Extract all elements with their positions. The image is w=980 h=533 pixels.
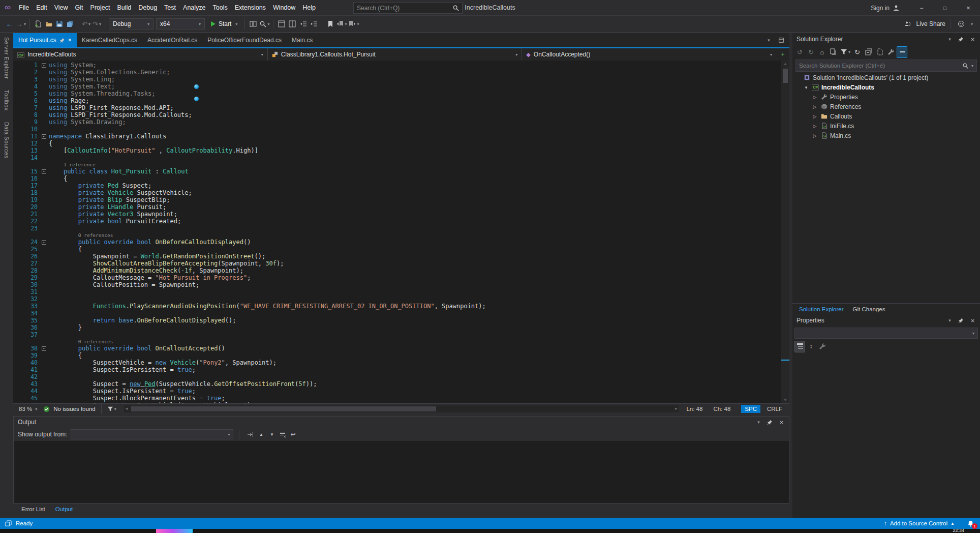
scroll-up-icon[interactable]: ▲ xyxy=(781,62,789,66)
home-icon[interactable]: ⌂ xyxy=(817,46,828,58)
live-share-icon[interactable] xyxy=(903,18,913,30)
scroll-down-icon[interactable]: ▼ xyxy=(781,398,789,402)
bottom-tab-error-list[interactable]: Error List xyxy=(17,506,49,512)
dock-tab-git-changes[interactable]: Git Changes xyxy=(848,306,890,312)
tree-item-solution-incrediblecallouts-1-of-1-project[interactable]: Solution 'IncredibleCallouts' (1 of 1 pr… xyxy=(792,73,980,82)
indent-decrease-icon[interactable] xyxy=(298,18,309,30)
tree-item-main-cs[interactable]: ▷C#Main.cs xyxy=(792,131,980,140)
collapse-all-icon[interactable] xyxy=(863,46,874,58)
prev-message-icon[interactable]: ▲ xyxy=(256,429,266,440)
search-icon[interactable] xyxy=(452,5,459,11)
codelens-indicator[interactable]: 1 reference xyxy=(49,161,96,168)
solution-explorer-sync-icon[interactable] xyxy=(248,18,258,30)
split-editor-icon[interactable]: + xyxy=(776,48,789,61)
docwell-options-icon[interactable] xyxy=(776,35,786,46)
chevron-down-icon[interactable]: ▾ xyxy=(971,64,973,68)
close-icon[interactable]: × xyxy=(967,315,978,327)
chevron-up-icon[interactable]: ▲ xyxy=(951,521,955,526)
solution-explorer-header[interactable]: Solution Explorer ▾× xyxy=(792,33,980,45)
bottom-tab-output[interactable]: Output xyxy=(51,506,77,512)
spaces-indicator[interactable]: SPC xyxy=(741,405,760,413)
prev-bookmark-icon[interactable]: ▾ xyxy=(335,18,348,30)
member-dropdown[interactable]: ◆ OnCalloutAccepted()▾ xyxy=(522,48,776,61)
goto-message-icon[interactable] xyxy=(245,429,256,440)
type-dropdown[interactable]: ClassLibrary1.Callouts.Hot_Pursuit▾ xyxy=(268,48,523,61)
save-all-icon[interactable] xyxy=(65,18,75,30)
navigate-forward-icon[interactable]: →▾ xyxy=(15,18,27,30)
solution-explorer-search-input[interactable]: Search Solution Explorer (Ctrl+é) ▾ xyxy=(795,60,977,72)
active-files-icon[interactable]: ▾ xyxy=(763,35,774,46)
alphabetical-icon[interactable]: ↕ xyxy=(806,341,816,352)
open-file-icon[interactable] xyxy=(43,18,54,30)
codelens-indicator[interactable]: 0 references xyxy=(49,232,113,239)
filter-icon[interactable]: ▾ xyxy=(839,46,851,58)
word-wrap-icon[interactable]: ↩ xyxy=(288,429,298,440)
chevron-down-icon[interactable]: ▾ xyxy=(753,417,763,428)
fold-marker-icon[interactable]: - xyxy=(42,134,46,139)
menu-tools[interactable]: Tools xyxy=(209,0,231,15)
add-to-source-control-button[interactable]: Add to Source Control xyxy=(890,520,947,526)
scroll-right-icon[interactable]: ▸ xyxy=(675,406,678,411)
code-editor[interactable]: 1-using System;2using System.Collections… xyxy=(13,61,789,403)
next-bookmark-icon[interactable]: ▾ xyxy=(348,18,360,30)
properties-icon[interactable] xyxy=(885,46,896,58)
output-panel-header[interactable]: Output ▾× xyxy=(14,417,789,428)
menu-debug[interactable]: Debug xyxy=(135,0,161,15)
categorized-icon[interactable] xyxy=(794,341,805,352)
dock-tab-data-sources[interactable]: Data Sources xyxy=(4,122,10,158)
line-indicator[interactable]: Ln: 48 xyxy=(686,406,702,412)
forward-icon[interactable]: ↻ xyxy=(806,46,816,58)
fold-marker-icon[interactable]: - xyxy=(42,63,46,68)
pin-icon[interactable] xyxy=(956,34,966,45)
sign-in-button[interactable]: Sign in xyxy=(871,5,900,12)
start-debugging-button[interactable]: Start ▾ xyxy=(206,18,242,30)
codelens-indicator[interactable]: 0 references xyxy=(49,338,113,345)
split-icon[interactable] xyxy=(287,18,297,30)
menu-window[interactable]: Window xyxy=(269,0,299,15)
fold-marker-icon[interactable]: - xyxy=(42,169,46,174)
expand-arrow-icon[interactable]: ▷ xyxy=(812,104,818,109)
pin-icon[interactable] xyxy=(764,417,775,428)
pin-icon[interactable] xyxy=(956,315,966,327)
menu-analyze[interactable]: Analyze xyxy=(179,0,209,15)
tree-item-incrediblecallouts[interactable]: ▾C#IncredibleCallouts xyxy=(792,82,980,92)
tree-item-references[interactable]: ▷References xyxy=(792,102,980,111)
undo-icon[interactable]: ↶▾ xyxy=(81,18,91,30)
filter-messages-icon[interactable]: ▾ xyxy=(107,406,116,412)
properties-header[interactable]: Properties ▾× xyxy=(792,314,980,327)
minimize-button[interactable]: − xyxy=(910,1,933,16)
vertical-scrollbar[interactable]: ▲ ▼ xyxy=(781,61,789,403)
fold-marker-icon[interactable]: - xyxy=(42,346,46,351)
preview-selected-icon[interactable] xyxy=(897,46,907,58)
next-message-icon[interactable]: ▼ xyxy=(266,429,277,440)
new-project-icon[interactable] xyxy=(33,18,43,30)
show-all-files-icon[interactable] xyxy=(874,46,885,58)
code-lines[interactable]: 1-using System;2using System.Collections… xyxy=(13,61,781,403)
indent-increase-icon[interactable] xyxy=(309,18,319,30)
find-in-files-icon[interactable]: ▾ xyxy=(258,18,270,30)
close-icon[interactable]: × xyxy=(967,34,978,45)
properties-object-dropdown[interactable]: ▾ xyxy=(794,328,978,339)
save-icon[interactable] xyxy=(54,18,65,30)
zoom-select[interactable]: 83 %▾ xyxy=(16,406,40,412)
navigate-back-icon[interactable]: ← xyxy=(4,18,15,30)
menu-help[interactable]: Help xyxy=(299,0,319,15)
tab-main-cs[interactable]: Main.cs xyxy=(287,33,318,47)
tree-item-properties[interactable]: ▷Properties xyxy=(792,92,980,102)
expand-arrow-icon[interactable]: ▷ xyxy=(812,133,818,138)
horizontal-scrollbar[interactable]: ◂ ▸ xyxy=(124,405,679,412)
dock-tab-solution-explorer[interactable]: Solution Explorer xyxy=(794,306,848,312)
redo-icon[interactable]: ↷▾ xyxy=(91,18,102,30)
chevron-down-icon[interactable]: ▾ xyxy=(944,34,955,45)
maximize-button[interactable]: □ xyxy=(933,1,957,16)
dock-tab-server-explorer[interactable]: Server Explorer xyxy=(4,37,10,79)
solution-configuration-dropdown[interactable]: Debug▾ xyxy=(109,18,154,29)
line-ending-indicator[interactable]: CRLF xyxy=(767,406,782,412)
menu-build[interactable]: Build xyxy=(113,0,135,15)
tree-item-inifile-cs[interactable]: ▷C#IniFile.cs xyxy=(792,121,980,131)
switch-views-icon[interactable] xyxy=(828,46,839,58)
expand-arrow-icon[interactable]: ▷ xyxy=(812,95,818,100)
new-window-icon[interactable] xyxy=(276,18,287,30)
chevron-down-icon[interactable]: ▾ xyxy=(971,22,973,26)
menu-extensions[interactable]: Extensions xyxy=(231,0,269,15)
